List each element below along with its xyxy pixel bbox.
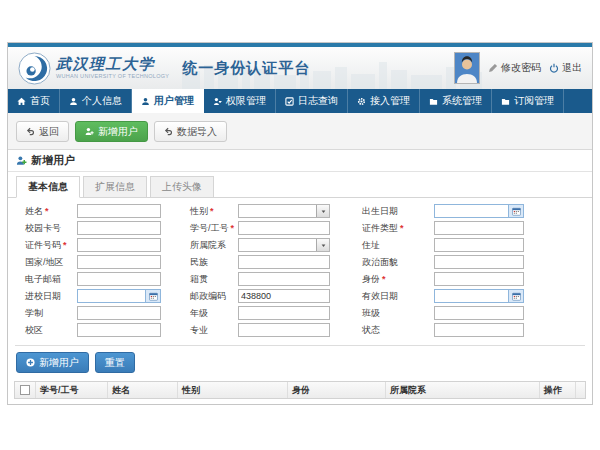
birth-date-date-field[interactable] xyxy=(434,204,524,218)
nav-tab-profile[interactable]: 个人信息 xyxy=(60,89,132,113)
nav-tab-access-management[interactable]: 接入管理 xyxy=(348,89,420,113)
id-number-value[interactable] xyxy=(78,239,160,251)
select-all-cell xyxy=(15,382,35,398)
full-name-label-text: 姓名 xyxy=(25,206,43,216)
student-employee-id-value[interactable] xyxy=(239,222,329,234)
education-length-input[interactable] xyxy=(77,306,161,320)
field-label: 证件类型* xyxy=(362,222,434,235)
class-input[interactable] xyxy=(434,306,524,320)
nav-tab-label: 首页 xyxy=(30,94,50,108)
campus-input[interactable] xyxy=(77,323,161,337)
department-label-text: 所属院系 xyxy=(190,240,226,250)
field-id-type: 证件类型* xyxy=(362,221,540,235)
identity-value[interactable] xyxy=(435,273,523,285)
field-label: 民族 xyxy=(190,256,238,269)
valid-date-label-text: 有效日期 xyxy=(362,291,398,301)
postal-code-input[interactable] xyxy=(238,289,330,303)
country-region-input[interactable] xyxy=(77,255,161,269)
chevron-down-icon[interactable] xyxy=(316,205,329,217)
class-value[interactable] xyxy=(435,307,523,319)
nav-tab-user-management[interactable]: 用户管理 xyxy=(132,89,204,113)
field-id-number: 证件号码* xyxy=(25,238,190,252)
address-value[interactable] xyxy=(435,239,523,251)
valid-date-value[interactable] xyxy=(435,290,508,302)
add-user-button[interactable]: 新增用户 xyxy=(75,121,148,142)
country-region-value[interactable] xyxy=(78,256,160,268)
calendar-icon[interactable] xyxy=(508,290,523,302)
political-status-value[interactable] xyxy=(435,256,523,268)
permission-icon xyxy=(213,97,222,106)
identity-label-text: 身份 xyxy=(362,274,380,284)
student-employee-id-input[interactable] xyxy=(238,221,330,235)
calendar-icon[interactable] xyxy=(145,290,160,302)
ethnicity-input[interactable] xyxy=(238,255,330,269)
nav-tab-subscription-management[interactable]: 订阅管理 xyxy=(492,89,564,113)
ethnicity-value[interactable] xyxy=(239,256,329,268)
calendar-icon[interactable] xyxy=(508,205,523,217)
entry-date-value[interactable] xyxy=(78,290,145,302)
birth-date-value[interactable] xyxy=(435,205,508,217)
folder-icon xyxy=(429,97,438,106)
field-identity: 身份* xyxy=(362,272,540,286)
nav-tab-permission-management[interactable]: 权限管理 xyxy=(204,89,276,113)
native-place-input[interactable] xyxy=(238,272,330,286)
native-place-value[interactable] xyxy=(239,273,329,285)
email-input[interactable] xyxy=(77,272,161,286)
submit-add-user-button[interactable]: 新增用户 xyxy=(16,352,89,373)
field-full-name: 姓名* xyxy=(25,204,190,218)
change-password-link[interactable]: 修改密码 xyxy=(488,61,541,75)
email-value[interactable] xyxy=(78,273,160,285)
logout-link[interactable]: 退出 xyxy=(549,61,582,75)
change-password-label: 修改密码 xyxy=(501,61,541,75)
campus-value[interactable] xyxy=(78,324,160,336)
tab-basic-info[interactable]: 基本信息 xyxy=(16,176,80,198)
grade-value[interactable] xyxy=(239,307,329,319)
field-department: 所属院系 xyxy=(190,238,362,252)
status-value[interactable] xyxy=(435,324,523,336)
id-number-input[interactable] xyxy=(77,238,161,252)
campus-card-no-input[interactable] xyxy=(77,221,161,235)
department-select[interactable] xyxy=(238,238,330,252)
gender-select[interactable] xyxy=(238,204,330,218)
header: 武汉理工大学 WUHAN UNIVERSITY OF TECHNOLOGY 统一… xyxy=(8,47,592,89)
tab-extended-info[interactable]: 扩展信息 xyxy=(83,176,147,198)
nav-tab-log-query[interactable]: 日志查询 xyxy=(276,89,348,113)
education-length-value[interactable] xyxy=(78,307,160,319)
data-import-button[interactable]: 数据导入 xyxy=(154,121,227,142)
address-input[interactable] xyxy=(434,238,524,252)
gender-value[interactable] xyxy=(239,205,316,217)
full-name-value[interactable] xyxy=(78,205,160,217)
major-value[interactable] xyxy=(239,324,329,336)
required-marker: * xyxy=(400,223,404,233)
department-value[interactable] xyxy=(239,239,316,251)
class-label-text: 班级 xyxy=(362,308,380,318)
return-arrow-icon xyxy=(26,127,35,136)
add-user-button-label: 新增用户 xyxy=(98,126,138,137)
form-tabs: 基本信息扩展信息上传头像 xyxy=(8,172,592,198)
identity-input[interactable] xyxy=(434,272,524,286)
back-button[interactable]: 返回 xyxy=(16,121,69,142)
political-status-input[interactable] xyxy=(434,255,524,269)
logout-label: 退出 xyxy=(562,61,582,75)
chevron-down-icon[interactable] xyxy=(316,239,329,251)
field-valid-date: 有效日期 xyxy=(362,289,540,303)
nav-tab-system-management[interactable]: 系统管理 xyxy=(420,89,492,113)
field-label: 年级 xyxy=(190,307,238,320)
id-type-value[interactable] xyxy=(435,222,523,234)
reset-button[interactable]: 重置 xyxy=(95,352,135,373)
postal-code-value[interactable] xyxy=(239,290,329,302)
tab-upload-avatar[interactable]: 上传头像 xyxy=(150,176,214,198)
full-name-input[interactable] xyxy=(77,204,161,218)
grade-input[interactable] xyxy=(238,306,330,320)
select-all-checkbox[interactable] xyxy=(20,385,30,395)
id-type-input[interactable] xyxy=(434,221,524,235)
campus-card-no-value[interactable] xyxy=(78,222,160,234)
entry-date-date-field[interactable] xyxy=(77,289,161,303)
field-label: 邮政编码 xyxy=(190,290,238,303)
nav-tab-home[interactable]: 首页 xyxy=(8,89,60,113)
birth-date-label-text: 出生日期 xyxy=(362,206,398,216)
home-icon xyxy=(17,97,26,106)
major-input[interactable] xyxy=(238,323,330,337)
status-input[interactable] xyxy=(434,323,524,337)
valid-date-date-field[interactable] xyxy=(434,289,524,303)
